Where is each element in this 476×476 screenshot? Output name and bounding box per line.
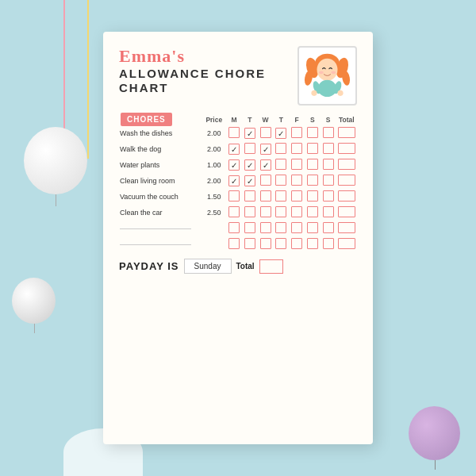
check-cell[interactable] [273, 189, 289, 205]
checkbox[interactable]: ✓ [244, 128, 255, 139]
check-cell[interactable] [242, 205, 258, 221]
checkbox[interactable] [307, 222, 318, 233]
check-cell[interactable] [305, 125, 321, 141]
checkbox[interactable] [275, 143, 286, 154]
check-cell[interactable] [258, 205, 274, 221]
checkbox[interactable]: ✓ [228, 159, 240, 171]
checkbox[interactable] [323, 222, 334, 233]
check-cell[interactable] [273, 141, 289, 157]
check-cell[interactable] [321, 141, 336, 157]
check-cell[interactable]: ✓ [226, 141, 242, 157]
check-cell[interactable] [321, 173, 336, 189]
check-cell[interactable] [321, 125, 336, 141]
checkbox[interactable] [260, 190, 271, 202]
check-cell[interactable]: ✓ [226, 173, 242, 189]
check-cell[interactable] [289, 236, 305, 252]
check-cell[interactable] [305, 173, 321, 189]
checkbox[interactable] [323, 159, 334, 170]
check-cell[interactable] [321, 236, 336, 252]
check-cell[interactable]: ✓ [242, 125, 258, 141]
check-cell[interactable] [321, 205, 336, 221]
checkbox[interactable] [275, 175, 286, 186]
checkbox[interactable] [244, 190, 255, 202]
check-cell[interactable] [305, 157, 321, 173]
check-cell[interactable] [226, 205, 242, 221]
checkbox[interactable] [291, 222, 302, 233]
check-cell[interactable] [258, 236, 274, 252]
checkbox[interactable]: ✓ [275, 128, 286, 139]
check-cell[interactable]: ✓ [226, 157, 242, 173]
checkbox[interactable] [307, 159, 318, 170]
check-cell[interactable] [321, 157, 336, 173]
checkbox[interactable] [228, 190, 240, 202]
checkbox[interactable]: ✓ [228, 175, 240, 186]
check-cell[interactable] [305, 221, 321, 236]
checkbox[interactable]: ✓ [260, 159, 271, 171]
checkbox[interactable] [275, 238, 286, 249]
check-cell[interactable] [305, 141, 321, 157]
checkbox[interactable]: ✓ [228, 144, 240, 155]
checkbox[interactable] [260, 222, 271, 233]
check-cell[interactable] [305, 236, 321, 252]
check-cell[interactable] [242, 221, 258, 236]
check-cell[interactable] [273, 173, 289, 189]
checkbox[interactable] [260, 206, 271, 217]
checkbox[interactable] [275, 159, 286, 170]
check-cell[interactable] [258, 189, 274, 205]
checkbox[interactable] [291, 127, 302, 138]
checkbox[interactable] [275, 206, 286, 217]
checkbox[interactable] [291, 175, 302, 186]
checkbox[interactable] [228, 206, 240, 217]
check-cell[interactable]: ✓ [258, 157, 274, 173]
check-cell[interactable] [242, 189, 258, 205]
checkbox[interactable] [323, 143, 334, 154]
check-cell[interactable] [226, 189, 242, 205]
checkbox[interactable] [244, 206, 255, 217]
checkbox[interactable] [291, 143, 302, 154]
check-cell[interactable] [289, 141, 305, 157]
checkbox[interactable] [323, 190, 334, 202]
checkbox[interactable] [323, 175, 334, 186]
checkbox[interactable] [260, 238, 271, 249]
check-cell[interactable] [289, 157, 305, 173]
checkbox[interactable] [275, 190, 286, 202]
check-cell[interactable] [289, 125, 305, 141]
checkbox[interactable]: ✓ [244, 175, 255, 186]
check-cell[interactable]: ✓ [242, 173, 258, 189]
checkbox[interactable] [307, 238, 318, 249]
check-cell[interactable] [258, 125, 274, 141]
check-cell[interactable] [258, 173, 274, 189]
checkbox[interactable] [244, 143, 255, 154]
checkbox[interactable] [244, 238, 255, 249]
check-cell[interactable] [305, 205, 321, 221]
checkbox[interactable] [323, 238, 334, 249]
check-cell[interactable] [321, 189, 336, 205]
checkbox[interactable]: ✓ [260, 144, 271, 155]
checkbox[interactable] [275, 222, 286, 233]
check-cell[interactable] [289, 205, 305, 221]
check-cell[interactable] [289, 173, 305, 189]
check-cell[interactable]: ✓ [242, 157, 258, 173]
check-cell[interactable] [273, 236, 289, 252]
checkbox[interactable] [244, 222, 255, 233]
checkbox[interactable] [260, 127, 271, 138]
checkbox[interactable] [307, 143, 318, 154]
check-cell[interactable] [258, 221, 274, 236]
checkbox[interactable] [307, 127, 318, 138]
checkbox[interactable] [307, 190, 318, 202]
checkbox[interactable] [307, 175, 318, 186]
checkbox[interactable] [291, 206, 302, 217]
check-cell[interactable] [273, 221, 289, 236]
check-cell[interactable] [289, 221, 305, 236]
checkbox[interactable] [228, 222, 240, 233]
check-cell[interactable] [226, 125, 242, 141]
checkbox[interactable]: ✓ [244, 159, 255, 171]
check-cell[interactable] [242, 236, 258, 252]
check-cell[interactable] [273, 157, 289, 173]
checkbox[interactable] [323, 206, 334, 217]
checkbox[interactable] [291, 190, 302, 202]
checkbox[interactable] [228, 238, 240, 249]
checkbox[interactable] [228, 127, 240, 138]
check-cell[interactable]: ✓ [258, 141, 274, 157]
checkbox[interactable] [291, 238, 302, 249]
